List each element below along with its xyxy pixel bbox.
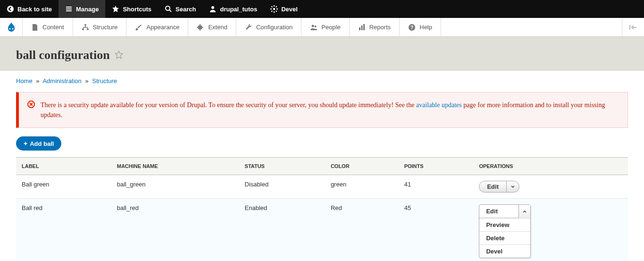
user-icon [209, 5, 217, 13]
add-ball-button[interactable]: + Add ball [16, 136, 61, 151]
puzzle-icon [197, 24, 204, 31]
shortcuts[interactable]: Shortcuts [105, 0, 158, 18]
svg-point-5 [12, 28, 13, 29]
alert-text: There is a security update available for… [41, 100, 619, 120]
back-to-site[interactable]: Back to site [0, 0, 59, 18]
search[interactable]: Search [158, 0, 202, 18]
svg-point-0 [7, 6, 14, 12]
toolbar: Back to site Manage Shortcuts Search dru… [0, 0, 644, 18]
col-operations: Operations [473, 158, 628, 175]
back-icon [7, 5, 14, 13]
edit-action[interactable]: Edit [479, 181, 507, 192]
search-label: Search [176, 6, 196, 13]
back-label: Back to site [17, 6, 52, 13]
hierarchy-icon [82, 24, 89, 31]
edit-action[interactable]: Edit [479, 205, 519, 218]
col-machine: Machine Name [111, 158, 239, 175]
menu-help[interactable]: ? Help [400, 18, 441, 36]
admin-menu: Content Structure Appearance Extend Conf… [0, 18, 644, 37]
menu-people[interactable]: People [301, 18, 349, 36]
svg-point-1 [166, 6, 170, 10]
col-color: Color [325, 158, 399, 175]
wrench-icon [245, 24, 252, 31]
svg-rect-13 [363, 24, 365, 30]
operations-dropbutton-open: Edit Preview Delete Devel [479, 204, 531, 258]
svg-point-4 [9, 28, 10, 29]
svg-point-6 [84, 24, 86, 26]
svg-point-2 [211, 6, 214, 9]
user-menu[interactable]: drupal_tutos [202, 0, 264, 18]
svg-rect-12 [361, 25, 362, 30]
col-status: Status [239, 158, 325, 175]
svg-rect-11 [359, 27, 360, 30]
col-points: Points [399, 158, 474, 175]
file-icon [31, 24, 39, 31]
available-updates-link[interactable]: available updates [416, 101, 462, 109]
breadcrumb-home[interactable]: Home [16, 77, 33, 84]
people-icon [310, 24, 318, 31]
svg-point-3 [273, 8, 275, 10]
svg-point-9 [312, 25, 314, 27]
devel-menu[interactable]: Devel [264, 0, 304, 18]
manage-toggle[interactable]: Manage [59, 0, 105, 18]
dropbutton-toggle[interactable] [507, 181, 519, 192]
delete-action[interactable]: Delete [479, 231, 530, 244]
svg-point-10 [315, 25, 317, 27]
content: Home » Administration » Structure There … [0, 71, 644, 261]
star-icon [112, 5, 119, 13]
shortcuts-label: Shortcuts [123, 6, 151, 13]
hamburger-icon [65, 5, 73, 13]
favorite-toggle[interactable] [115, 48, 123, 62]
chart-icon [358, 24, 366, 31]
preview-action[interactable]: Preview [479, 218, 530, 231]
search-icon [165, 5, 172, 13]
devel-label: Devel [281, 6, 298, 13]
security-alert: There is a security update available for… [16, 92, 628, 128]
breadcrumb-structure[interactable]: Structure [92, 77, 117, 84]
user-label: drupal_tutos [220, 6, 257, 13]
dropbutton-toggle[interactable] [519, 205, 530, 218]
help-icon: ? [408, 24, 416, 31]
manage-label: Manage [76, 6, 99, 13]
devel-action[interactable]: Devel [479, 244, 530, 258]
col-label: Label [16, 158, 111, 175]
breadcrumb-admin[interactable]: Administration [42, 77, 81, 84]
menu-content[interactable]: Content [23, 18, 73, 36]
title-area: ball configuration [0, 37, 644, 71]
menu-reports[interactable]: Reports [350, 18, 400, 36]
svg-point-7 [82, 28, 84, 30]
table-row: Ball green ball_green Disabled green 41 … [16, 175, 628, 199]
table-row: Ball red ball_red Enabled Red 45 Edit Pr… [16, 199, 628, 261]
entity-list-table: Label Machine Name Status Color Points O… [16, 157, 628, 261]
menu-appearance[interactable]: Appearance [126, 18, 188, 36]
operations-dropbutton: Edit [479, 181, 519, 193]
brush-icon [135, 24, 142, 31]
error-icon [27, 101, 35, 120]
page-title: ball configuration [16, 48, 628, 62]
breadcrumb: Home » Administration » Structure [16, 77, 628, 84]
menu-configuration[interactable]: Configuration [236, 18, 301, 36]
svg-text:?: ? [410, 25, 414, 30]
menu-structure[interactable]: Structure [73, 18, 127, 36]
orientation-toggle[interactable] [622, 18, 644, 36]
plus-icon: + [24, 140, 27, 147]
menu-extend[interactable]: Extend [188, 18, 236, 36]
drupal-logo[interactable] [0, 18, 23, 36]
gear-icon [270, 5, 278, 13]
svg-point-8 [87, 28, 89, 30]
